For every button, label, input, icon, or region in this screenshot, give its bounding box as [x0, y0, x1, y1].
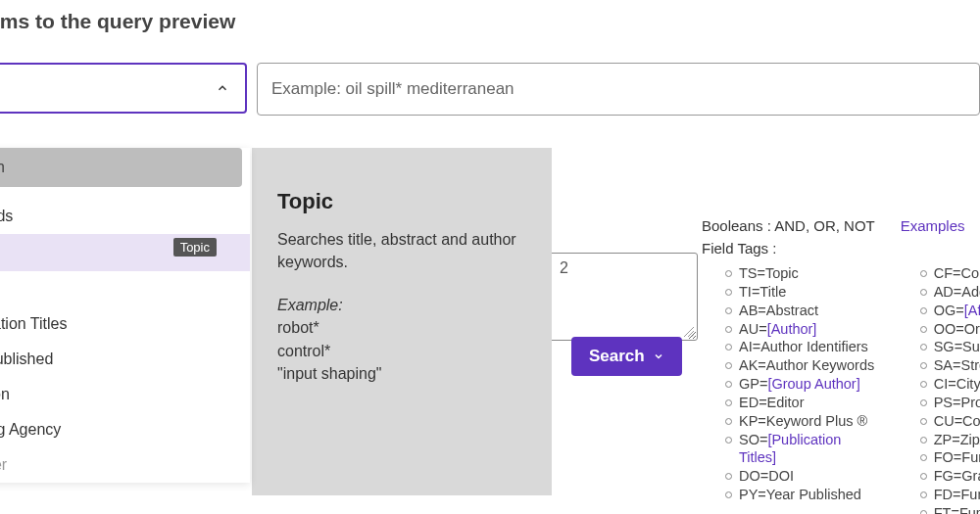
- field-tag-link[interactable]: [Group Author]: [767, 376, 859, 392]
- field-tag-item: DO=DOI: [725, 467, 877, 486]
- dropdown-item-topic[interactable]: Topic: [0, 234, 250, 271]
- field-tag-item: SO=[Publication Titles]: [725, 431, 877, 468]
- field-dropdown-panel: ch elds Topic r cation Titles Published …: [0, 148, 250, 483]
- dropdown-item[interactable]: cation Titles: [0, 306, 250, 342]
- field-tag-item: FT=Fund: [920, 504, 980, 514]
- field-tag-item: FO=Fund: [920, 448, 980, 467]
- field-tag-item: PY=Year Published: [725, 486, 877, 504]
- field-tag-item: AK=Author Keywords: [725, 356, 877, 375]
- field-tags-label: Field Tags :: [702, 240, 980, 257]
- field-tag-item: FG=Gran: [920, 467, 980, 486]
- preview-value: 2: [560, 259, 568, 276]
- search-input[interactable]: Example: oil spill* mediterranean: [257, 63, 980, 116]
- tooltip-description: Searches title, abstract and author keyw…: [277, 228, 526, 273]
- booleans-label: Booleans : AND, OR, NOT: [702, 217, 874, 234]
- field-select-dropdown[interactable]: [0, 63, 247, 114]
- field-tag-item: TS=Topic: [725, 264, 877, 283]
- tooltip-example-line: control*: [277, 340, 526, 362]
- field-tags-panel: Booleans : AND, OR, NOT Examples Field T…: [702, 217, 980, 514]
- field-tag-item: CU=Cour: [920, 412, 980, 431]
- field-tag-item: FD=Fund: [920, 486, 980, 504]
- field-tag-item: CF=Conf: [920, 264, 980, 283]
- tooltip-title: Topic: [277, 189, 526, 214]
- field-tag-item: SA=Stree: [920, 356, 980, 375]
- field-tag-item: PS=Provi: [920, 394, 980, 412]
- field-tag-item: OG=[Affil: [920, 302, 980, 320]
- field-tags-col2: CF=ConfAD=AddrOG=[AffilOO=OrgaSG=SuboSA=…: [897, 264, 980, 514]
- search-button[interactable]: Search: [571, 337, 682, 376]
- field-tag-item: AU=[Author]: [725, 320, 877, 339]
- field-tag-item: GP=[Group Author]: [725, 375, 877, 394]
- resize-handle-icon[interactable]: [683, 326, 695, 338]
- field-tag-item: AB=Abstract: [725, 302, 877, 320]
- field-tags-col1: TS=TopicTI=TitleAB=AbstractAU=[Author]AI…: [702, 264, 877, 514]
- dropdown-item[interactable]: her: [0, 447, 250, 483]
- dropdown-item[interactable]: r: [0, 271, 250, 306]
- tooltip-example-label: Example:: [277, 297, 526, 314]
- field-tooltip-panel: Topic Searches title, abstract and autho…: [252, 148, 552, 495]
- field-tag-item: TI=Title: [725, 283, 877, 302]
- search-row: Example: oil spill* mediterranean: [0, 63, 980, 116]
- dropdown-item[interactable]: Published: [0, 342, 250, 377]
- field-tag-link[interactable]: [Affil: [964, 303, 980, 318]
- dropdown-item[interactable]: elds: [0, 199, 250, 234]
- field-tag-item: ED=Editor: [725, 394, 877, 412]
- topic-badge: Topic: [173, 238, 217, 257]
- field-tag-item: ZP=Zip/P: [920, 431, 980, 449]
- chevron-down-icon: [653, 350, 664, 362]
- field-tag-item: CI=City: [920, 375, 980, 394]
- field-tag-item: KP=Keyword Plus ®: [725, 412, 877, 431]
- chevron-up-icon: [216, 81, 229, 95]
- dropdown-item[interactable]: tion: [0, 377, 250, 412]
- query-preview-textarea[interactable]: 2: [549, 253, 698, 341]
- page-title: erms to the query preview: [0, 10, 980, 33]
- field-tag-link[interactable]: [Author]: [767, 321, 817, 337]
- dropdown-item[interactable]: ing Agency: [0, 412, 250, 447]
- tooltip-example-line: robot*: [277, 316, 526, 339]
- field-tag-item: OO=Orga: [920, 320, 980, 339]
- search-button-label: Search: [589, 347, 645, 366]
- dropdown-search-input[interactable]: ch: [0, 148, 242, 187]
- tooltip-example-line: "input shaping": [277, 362, 526, 385]
- field-tag-item: AI=Author Identifiers: [725, 338, 877, 356]
- field-tag-item: SG=Subo: [920, 338, 980, 356]
- examples-link[interactable]: Examples: [901, 217, 965, 234]
- field-tag-item: AD=Addr: [920, 283, 980, 302]
